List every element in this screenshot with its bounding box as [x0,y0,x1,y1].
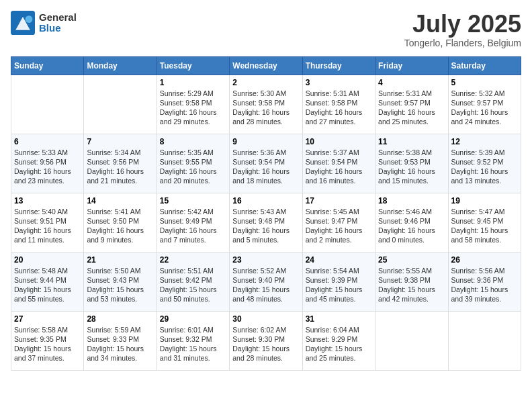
cell-content: Sunrise: 5:31 AM Sunset: 9:58 PM Dayligh… [306,89,372,127]
day-number: 8 [160,137,226,146]
calendar-cell: 15Sunrise: 5:42 AM Sunset: 9:49 PM Dayli… [157,193,229,252]
weekday-header-row: SundayMondayTuesdayWednesdayThursdayFrid… [11,56,521,75]
day-number: 3 [306,78,372,87]
cell-content: Sunrise: 5:30 AM Sunset: 9:58 PM Dayligh… [232,89,299,127]
calendar-week-row: 13Sunrise: 5:40 AM Sunset: 9:51 PM Dayli… [11,193,521,252]
calendar-cell: 23Sunrise: 5:52 AM Sunset: 9:40 PM Dayli… [230,252,302,311]
day-number: 10 [306,137,372,146]
cell-content: Sunrise: 5:33 AM Sunset: 9:56 PM Dayligh… [14,148,81,186]
calendar-cell: 1Sunrise: 5:29 AM Sunset: 9:58 PM Daylig… [157,75,229,134]
day-number: 4 [378,78,445,87]
calendar-cell: 8Sunrise: 5:35 AM Sunset: 9:55 PM Daylig… [157,134,229,193]
calendar-cell: 16Sunrise: 5:43 AM Sunset: 9:48 PM Dayli… [230,193,302,252]
cell-content: Sunrise: 5:43 AM Sunset: 9:48 PM Dayligh… [232,207,299,245]
weekday-header: Tuesday [157,56,229,75]
page-header: General Blue July 2025 Tongerlo, Flander… [11,11,521,48]
cell-content: Sunrise: 5:45 AM Sunset: 9:47 PM Dayligh… [306,207,372,245]
day-number: 29 [160,314,226,324]
calendar-cell: 27Sunrise: 5:58 AM Sunset: 9:35 PM Dayli… [11,311,84,370]
cell-content: Sunrise: 5:55 AM Sunset: 9:38 PM Dayligh… [378,266,445,304]
day-number: 12 [451,137,518,146]
day-number: 1 [160,78,226,87]
day-number: 24 [306,255,372,265]
calendar-cell: 24Sunrise: 5:54 AM Sunset: 9:39 PM Dayli… [302,252,375,311]
day-number: 17 [306,196,372,205]
month-title: July 2025 [404,11,521,38]
cell-content: Sunrise: 5:39 AM Sunset: 9:52 PM Dayligh… [451,148,518,186]
day-number: 11 [378,137,445,146]
calendar-cell: 19Sunrise: 5:47 AM Sunset: 9:45 PM Dayli… [448,193,521,252]
calendar-cell: 13Sunrise: 5:40 AM Sunset: 9:51 PM Dayli… [11,193,84,252]
calendar-cell [448,311,521,370]
cell-content: Sunrise: 6:01 AM Sunset: 9:32 PM Dayligh… [160,325,226,363]
logo-text: General Blue [39,12,77,34]
cell-content: Sunrise: 5:51 AM Sunset: 9:42 PM Dayligh… [160,266,226,304]
logo-line2: Blue [39,23,77,34]
weekday-header: Monday [84,56,157,75]
day-number: 26 [451,255,518,265]
day-number: 25 [378,255,445,265]
calendar-table: SundayMondayTuesdayWednesdayThursdayFrid… [11,56,521,371]
day-number: 18 [378,196,445,205]
calendar-cell: 26Sunrise: 5:56 AM Sunset: 9:36 PM Dayli… [448,252,521,311]
cell-content: Sunrise: 5:52 AM Sunset: 9:40 PM Dayligh… [232,266,299,304]
cell-content: Sunrise: 5:38 AM Sunset: 9:53 PM Dayligh… [378,148,445,186]
logo: General Blue [11,11,77,35]
cell-content: Sunrise: 5:37 AM Sunset: 9:54 PM Dayligh… [306,148,372,186]
day-number: 6 [14,137,81,146]
cell-content: Sunrise: 5:31 AM Sunset: 9:57 PM Dayligh… [378,89,445,127]
cell-content: Sunrise: 5:47 AM Sunset: 9:45 PM Dayligh… [451,207,518,245]
cell-content: Sunrise: 5:58 AM Sunset: 9:35 PM Dayligh… [14,325,81,363]
weekday-header: Sunday [11,56,84,75]
cell-content: Sunrise: 5:29 AM Sunset: 9:58 PM Dayligh… [160,89,226,127]
calendar-cell: 12Sunrise: 5:39 AM Sunset: 9:52 PM Dayli… [448,134,521,193]
day-number: 22 [160,255,226,265]
cell-content: Sunrise: 5:35 AM Sunset: 9:55 PM Dayligh… [160,148,226,186]
day-number: 31 [306,314,372,324]
day-number: 27 [14,314,81,324]
calendar-cell: 22Sunrise: 5:51 AM Sunset: 9:42 PM Dayli… [157,252,229,311]
calendar-cell: 21Sunrise: 5:50 AM Sunset: 9:43 PM Dayli… [84,252,157,311]
title-block: July 2025 Tongerlo, Flanders, Belgium [404,11,521,48]
calendar-cell [84,75,157,134]
day-number: 16 [232,196,299,205]
weekday-header: Thursday [302,56,375,75]
calendar-cell: 17Sunrise: 5:45 AM Sunset: 9:47 PM Dayli… [302,193,375,252]
calendar-cell: 6Sunrise: 5:33 AM Sunset: 9:56 PM Daylig… [11,134,84,193]
cell-content: Sunrise: 5:34 AM Sunset: 9:56 PM Dayligh… [87,148,153,186]
day-number: 19 [451,196,518,205]
calendar-cell: 3Sunrise: 5:31 AM Sunset: 9:58 PM Daylig… [302,75,375,134]
day-number: 2 [232,78,299,87]
cell-content: Sunrise: 5:40 AM Sunset: 9:51 PM Dayligh… [14,207,81,245]
calendar-cell: 14Sunrise: 5:41 AM Sunset: 9:50 PM Dayli… [84,193,157,252]
calendar-cell: 31Sunrise: 6:04 AM Sunset: 9:29 PM Dayli… [302,311,375,370]
day-number: 15 [160,196,226,205]
calendar-cell [375,311,448,370]
logo-line1: General [39,12,77,24]
calendar-cell: 20Sunrise: 5:48 AM Sunset: 9:44 PM Dayli… [11,252,84,311]
cell-content: Sunrise: 5:50 AM Sunset: 9:43 PM Dayligh… [87,266,153,304]
cell-content: Sunrise: 5:42 AM Sunset: 9:49 PM Dayligh… [160,207,226,245]
calendar-cell: 10Sunrise: 5:37 AM Sunset: 9:54 PM Dayli… [302,134,375,193]
calendar-cell: 25Sunrise: 5:55 AM Sunset: 9:38 PM Dayli… [375,252,448,311]
calendar-cell: 11Sunrise: 5:38 AM Sunset: 9:53 PM Dayli… [375,134,448,193]
day-number: 23 [232,255,299,265]
calendar-cell: 4Sunrise: 5:31 AM Sunset: 9:57 PM Daylig… [375,75,448,134]
cell-content: Sunrise: 5:41 AM Sunset: 9:50 PM Dayligh… [87,207,153,245]
calendar-week-row: 20Sunrise: 5:48 AM Sunset: 9:44 PM Dayli… [11,252,521,311]
weekday-header: Friday [375,56,448,75]
calendar-cell: 29Sunrise: 6:01 AM Sunset: 9:32 PM Dayli… [157,311,229,370]
calendar-cell: 2Sunrise: 5:30 AM Sunset: 9:58 PM Daylig… [230,75,302,134]
calendar-cell: 7Sunrise: 5:34 AM Sunset: 9:56 PM Daylig… [84,134,157,193]
svg-point-2 [26,15,33,23]
day-number: 9 [232,137,299,146]
cell-content: Sunrise: 5:46 AM Sunset: 9:46 PM Dayligh… [378,207,445,245]
calendar-week-row: 6Sunrise: 5:33 AM Sunset: 9:56 PM Daylig… [11,134,521,193]
cell-content: Sunrise: 5:56 AM Sunset: 9:36 PM Dayligh… [451,266,518,304]
weekday-header: Saturday [448,56,521,75]
calendar-week-row: 1Sunrise: 5:29 AM Sunset: 9:58 PM Daylig… [11,75,521,134]
day-number: 20 [14,255,81,265]
cell-content: Sunrise: 5:32 AM Sunset: 9:57 PM Dayligh… [451,89,518,127]
cell-content: Sunrise: 5:59 AM Sunset: 9:33 PM Dayligh… [87,325,153,363]
day-number: 5 [451,78,518,87]
